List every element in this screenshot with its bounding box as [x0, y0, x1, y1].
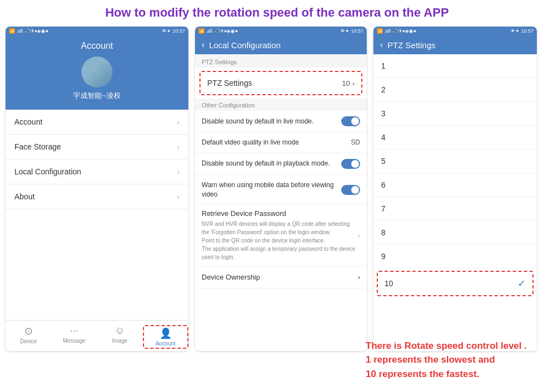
device-icon: ⊙	[6, 325, 52, 337]
info-box: There is Rotate speed control level . 1 …	[366, 339, 543, 381]
video-quality-value: SD	[351, 138, 360, 146]
back-arrow-icon[interactable]: ‹	[202, 40, 204, 50]
mobile-data-warn-label: Warn when using mobile data before viewi…	[202, 180, 341, 199]
ptz-settings-header: ‹ PTZ Settings	[373, 35, 537, 54]
chevron-icon-about: ›	[177, 193, 179, 201]
menu-item-face-storage[interactable]: Face Storage ›	[6, 135, 188, 159]
retrieve-content: Retrieve Device Password NVR and HVR dev…	[202, 209, 358, 261]
ptz-item-2[interactable]: 2	[373, 78, 537, 102]
ptz-row-label: PTZ Settings	[207, 79, 252, 87]
status-bar-1: 📶 .all 🔊✈♦◈◉● 👁✦ 10:57	[6, 27, 188, 35]
nav-image[interactable]: ☺ Image	[97, 321, 143, 351]
nav-device[interactable]: ⊙ Device	[6, 321, 52, 351]
ptz-chevron-icon: ›	[352, 79, 355, 87]
status-left-3: 📶 .all 🔊✈♦◈◉●	[377, 28, 417, 34]
local-config-title: Local Configuration	[209, 40, 280, 50]
avatar	[81, 56, 112, 87]
ptz-item-4[interactable]: 4	[373, 126, 537, 149]
page-title: How to modify the rotation speed of the …	[0, 0, 554, 24]
retrieve-desc: NVR and HVR devices will display a QR co…	[202, 220, 358, 261]
info-text: There is Rotate speed control level . 1 …	[366, 339, 543, 381]
device-ownership-label: Device Ownership	[202, 273, 260, 281]
status-left-2: 📶 .all 🔊✈♦◈◉●	[198, 28, 238, 34]
screen-local-config: 📶 .all 🔊✈♦◈◉● 👁✦ 10:57 ‹ Local Configura…	[195, 27, 367, 351]
ptz-list: 1 2 3 4 5 6 7 8 9 10 ✓	[373, 54, 537, 296]
other-config-label: Other Configuration	[195, 99, 367, 111]
nav-image-label: Image	[112, 338, 127, 344]
nav-account[interactable]: 👤 Account	[143, 321, 189, 351]
local-config-header: ‹ Local Configuration	[195, 35, 367, 54]
status-bar-2: 📶 .all 🔊✈♦◈◉● 👁✦ 10:57	[195, 27, 367, 35]
disable-sound-live-label: Disable sound by default in live mode.	[202, 117, 341, 126]
toggle-mobile-data-warn[interactable]	[341, 185, 360, 195]
menu-label-face-storage: Face Storage	[14, 142, 61, 151]
account-header: Account 宇成智能~淩权	[6, 35, 188, 110]
chevron-icon-local-config: ›	[177, 168, 179, 176]
device-ownership-row[interactable]: Device Ownership ›	[195, 266, 367, 288]
config-row-disable-sound-playback: Disable sound by default in playback mod…	[195, 153, 367, 175]
menu-item-about[interactable]: About ›	[6, 184, 188, 209]
nav-account-box: 👤 Account	[143, 325, 189, 349]
retrieve-chevron-icon: ›	[358, 231, 360, 240]
screen-account: 📶 .all 🔊✈♦◈◉● 👁✦ 10:57 Account 宇成智能~淩权 A…	[6, 27, 188, 351]
screens-container: 📶 .all 🔊✈♦◈◉● 👁✦ 10:57 Account 宇成智能~淩权 A…	[0, 27, 554, 351]
config-row-mobile-data-warn: Warn when using mobile data before viewi…	[195, 175, 367, 205]
username: 宇成智能~淩权	[6, 91, 188, 101]
status-right-3: 👁✦ 10:57	[510, 28, 534, 34]
menu-list: Account › Face Storage › Local Configura…	[6, 110, 188, 209]
check-icon: ✓	[517, 277, 526, 290]
nav-account-label: Account	[156, 341, 176, 347]
ptz-row-value: 10 ›	[342, 79, 355, 87]
ptz-section-label: PTZ Settings	[195, 54, 367, 68]
retrieve-title: Retrieve Device Password	[202, 209, 358, 218]
ptz-settings-title: PTZ Settings	[387, 40, 435, 50]
ptz-item-10[interactable]: 10 ✓	[377, 271, 534, 296]
ptz-item-9[interactable]: 9	[373, 245, 537, 269]
ptz-settings-row[interactable]: PTZ Settings 10 ›	[199, 71, 362, 95]
menu-item-local-config[interactable]: Local Configuration ›	[6, 159, 188, 184]
retrieve-row[interactable]: Retrieve Device Password NVR and HVR dev…	[202, 209, 360, 261]
status-bar-3: 📶 .all 🔊✈♦◈◉● 👁✦ 10:57	[373, 27, 537, 35]
ptz-item-5[interactable]: 5	[373, 149, 537, 173]
ptz-item-3[interactable]: 3	[373, 102, 537, 126]
ptz-item-1[interactable]: 1	[373, 54, 537, 78]
menu-item-account[interactable]: Account ›	[6, 110, 188, 135]
nav-message-label: Message	[63, 338, 85, 344]
video-quality-label: Default video quality in live mode	[202, 138, 351, 147]
account-screen-title: Account	[6, 41, 188, 51]
avatar-image	[81, 56, 112, 87]
ptz-value: 10	[342, 79, 350, 87]
chevron-icon-face-storage: ›	[177, 143, 179, 151]
toggle-disable-sound-live[interactable]	[341, 116, 360, 126]
nav-message[interactable]: ··· Message	[52, 321, 98, 351]
ptz-item-6[interactable]: 6	[373, 173, 537, 197]
back-arrow-ptz-icon[interactable]: ‹	[380, 40, 383, 50]
chevron-icon-account: ›	[177, 118, 179, 126]
menu-label-about: About	[14, 192, 35, 201]
menu-label-account: Account	[14, 117, 43, 126]
toggle-disable-sound-playback[interactable]	[341, 159, 360, 169]
device-ownership-chevron: ›	[358, 273, 360, 281]
image-icon: ☺	[97, 325, 143, 337]
ptz-item-8[interactable]: 8	[373, 221, 537, 245]
message-icon: ···	[52, 325, 98, 337]
status-right-2: 👁✦ 10:57	[340, 28, 363, 34]
retrieve-section: Retrieve Device Password NVR and HVR dev…	[195, 205, 367, 266]
bottom-nav: ⊙ Device ··· Message ☺ Image 👤 Account	[6, 320, 188, 351]
status-right-1: 👁✦ 10:57	[162, 28, 185, 34]
account-icon: 👤	[146, 327, 186, 339]
screen-ptz-settings: 📶 .all 🔊✈♦◈◉● 👁✦ 10:57 ‹ PTZ Settings 1 …	[373, 27, 537, 351]
ptz-item-7[interactable]: 7	[373, 197, 537, 221]
menu-label-local-config: Local Configuration	[14, 167, 81, 176]
status-left-1: 📶 .all 🔊✈♦◈◉●	[9, 28, 49, 34]
disable-sound-playback-label: Disable sound by default in playback mod…	[202, 159, 341, 168]
config-row-disable-sound-live: Disable sound by default in live mode.	[195, 111, 367, 132]
nav-device-label: Device	[20, 338, 37, 344]
config-row-video-quality: Default video quality in live mode SD	[195, 132, 367, 153]
